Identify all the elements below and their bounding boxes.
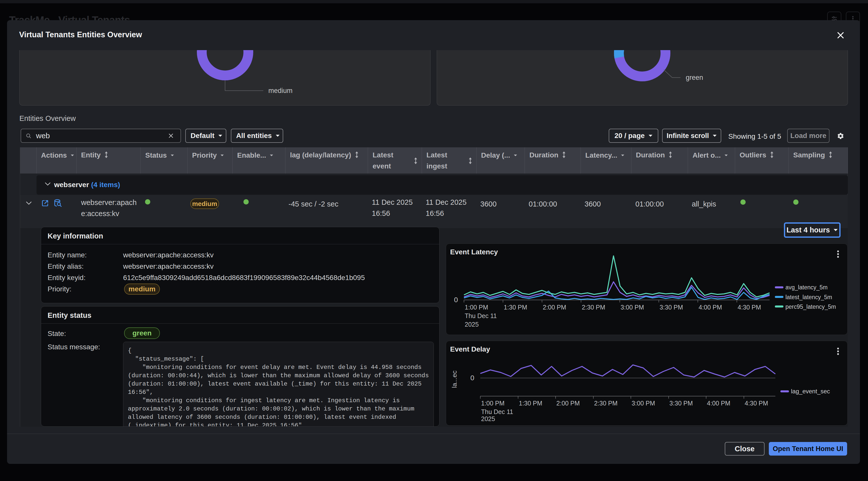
svg-text:4:30 PM: 4:30 PM bbox=[738, 304, 761, 311]
svg-text:4:30 PM: 4:30 PM bbox=[745, 400, 768, 407]
svg-text:la...ec: la...ec bbox=[451, 370, 458, 388]
svg-text:avg_latency_5m: avg_latency_5m bbox=[785, 284, 828, 291]
svg-text:Event Latency: Event Latency bbox=[450, 248, 498, 256]
svg-text:1:00 PM: 1:00 PM bbox=[465, 304, 488, 311]
svg-text:1:30 PM: 1:30 PM bbox=[504, 304, 527, 311]
svg-text:2:00 PM: 2:00 PM bbox=[543, 304, 566, 311]
svg-text:1:00 PM: 1:00 PM bbox=[481, 400, 504, 407]
svg-text:3:30 PM: 3:30 PM bbox=[659, 304, 683, 311]
svg-text:3:30 PM: 3:30 PM bbox=[670, 400, 693, 407]
svg-text:2025: 2025 bbox=[465, 321, 479, 328]
svg-text:2:30 PM: 2:30 PM bbox=[594, 400, 618, 407]
svg-text:2:00 PM: 2:00 PM bbox=[556, 400, 580, 407]
svg-text:1:30 PM: 1:30 PM bbox=[519, 400, 542, 407]
svg-text:green: green bbox=[686, 74, 703, 81]
svg-text:Thu Dec 11: Thu Dec 11 bbox=[481, 408, 513, 415]
svg-text:4:00 PM: 4:00 PM bbox=[699, 304, 722, 311]
svg-text:perc95_latency_5m: perc95_latency_5m bbox=[785, 303, 836, 310]
svg-text:3:00 PM: 3:00 PM bbox=[621, 304, 644, 311]
svg-text:2025: 2025 bbox=[481, 415, 495, 422]
svg-text:Event Delay: Event Delay bbox=[450, 345, 490, 353]
svg-text:0: 0 bbox=[454, 296, 458, 304]
svg-text:3:00 PM: 3:00 PM bbox=[631, 400, 655, 407]
svg-text:Thu Dec 11: Thu Dec 11 bbox=[465, 312, 497, 319]
svg-text:medium: medium bbox=[268, 87, 292, 94]
svg-text:4:00 PM: 4:00 PM bbox=[707, 400, 730, 407]
svg-text:latest_latency_5m: latest_latency_5m bbox=[785, 294, 832, 300]
svg-text:2:30 PM: 2:30 PM bbox=[582, 304, 605, 311]
svg-text:0: 0 bbox=[470, 374, 474, 382]
svg-text:lag_event_sec: lag_event_sec bbox=[791, 388, 830, 395]
